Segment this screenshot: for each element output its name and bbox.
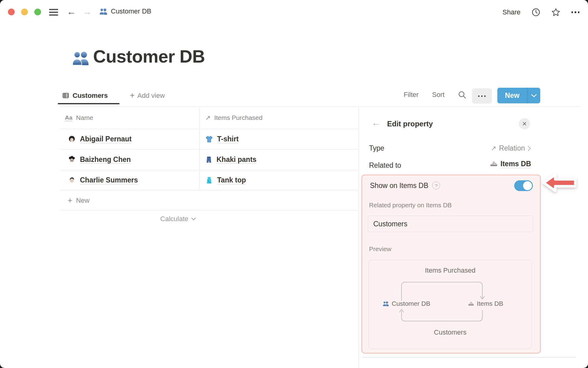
page-title[interactable]: Customer DB	[93, 46, 205, 67]
panel-title: Edit property	[387, 120, 433, 128]
app-window: ← → Customer DB Share	[0, 0, 588, 368]
items-cell[interactable]: Tank top	[205, 170, 246, 190]
jeans-icon	[205, 156, 213, 164]
name-cell[interactable]: Charlie Summers	[68, 170, 138, 190]
items-cell[interactable]: T-shirt	[205, 129, 239, 149]
text-type-icon: Aa	[65, 115, 72, 121]
tanktop-icon	[205, 176, 213, 184]
preview-customer-db: Customer DB	[380, 300, 432, 307]
panel-back-arrow[interactable]: ←	[372, 118, 380, 128]
preview-bottom-relation-label: Customers	[369, 328, 532, 336]
show-on-related-db-section: Show on Items DB ? Related property on I…	[361, 174, 541, 354]
breadcrumb[interactable]: Customer DB	[99, 7, 151, 15]
table-row: Baizheng Chen Khaki pants	[60, 149, 359, 170]
panel-close-button[interactable]: ×	[519, 118, 530, 129]
calculate-button[interactable]: Calculate	[60, 211, 196, 227]
help-icon[interactable]: ?	[432, 182, 440, 190]
show-on-toggle[interactable]	[514, 180, 533, 191]
sneaker-icon	[468, 301, 474, 307]
panel-bottom-divider	[362, 357, 576, 358]
active-tab-underline	[58, 103, 119, 104]
window-controls	[8, 9, 41, 15]
relation-preview-diagram: Items Purchased Customer DB Items	[368, 260, 532, 349]
tab-label: Customers	[73, 92, 108, 100]
plus-icon: +	[68, 196, 72, 205]
sneaker-icon	[489, 160, 498, 168]
type-value[interactable]: ↗ Relation	[429, 144, 531, 152]
name-cell[interactable]: Baizheng Chen	[68, 149, 131, 170]
show-on-items-db-label: Show on Items DB	[370, 182, 428, 190]
chevron-down-icon	[191, 217, 196, 220]
topbar-actions: Share	[503, 7, 579, 18]
related-to-value[interactable]: Items DB	[429, 160, 531, 168]
people-icon	[383, 301, 389, 307]
breadcrumb-title: Customer DB	[111, 7, 151, 15]
table-header: Aa Name ↗ Items Purchased	[60, 107, 359, 129]
relation-arrow-icon: ↗	[205, 114, 211, 121]
show-on-items-db-row: Show on Items DB ?	[370, 179, 533, 192]
search-icon[interactable]	[458, 90, 467, 99]
chevron-right-icon	[528, 146, 531, 151]
filter-button[interactable]: Filter	[404, 91, 419, 99]
new-button-label[interactable]: New	[497, 88, 527, 103]
view-options-button[interactable]	[472, 88, 492, 104]
relation-arrow-icon: ↗	[491, 144, 496, 152]
sort-button[interactable]: Sort	[432, 91, 444, 99]
new-row-button[interactable]: + New	[60, 190, 359, 211]
preview-items-db: Items DB	[459, 300, 511, 307]
curly-hair-glasses-avatar	[68, 155, 76, 164]
annotation-arrow-icon	[541, 172, 578, 194]
related-to-label: Related to	[369, 161, 401, 170]
page-people-icon[interactable]	[72, 50, 89, 67]
related-property-input[interactable]	[368, 216, 533, 232]
woman-bob-avatar	[68, 135, 76, 143]
type-label: Type	[369, 144, 384, 152]
more-options-icon[interactable]	[571, 11, 580, 13]
back-arrow-icon[interactable]: ←	[67, 6, 76, 18]
table-row: Charlie Summers Tank top	[60, 170, 359, 191]
preview-label: Preview	[369, 245, 391, 253]
add-view-button[interactable]: + Add view	[130, 88, 165, 103]
tshirt-icon	[205, 135, 213, 143]
related-property-label: Related property on Items DB	[369, 201, 452, 209]
plus-icon: +	[130, 91, 135, 100]
forward-arrow-icon[interactable]: →	[83, 6, 92, 18]
side-part-hair-avatar	[68, 176, 76, 184]
people-icon	[99, 7, 107, 15]
new-dropdown-chevron[interactable]	[527, 88, 540, 103]
name-cell[interactable]: Abigail Pernaut	[68, 129, 132, 149]
zoom-window-button[interactable]	[34, 9, 41, 15]
new-button[interactable]: New	[497, 88, 540, 103]
panel-divider	[359, 107, 359, 368]
table-row: Abigail Pernaut T-shirt	[60, 129, 359, 150]
close-window-button[interactable]	[8, 9, 15, 15]
toggle-knob	[523, 181, 532, 190]
items-cell[interactable]: Khaki pants	[205, 149, 256, 170]
table-view-icon	[62, 92, 69, 99]
history-clock-icon[interactable]	[532, 8, 540, 17]
favorite-star-icon[interactable]	[551, 8, 560, 17]
tab-customers-view[interactable]: Customers	[58, 88, 112, 103]
share-button[interactable]: Share	[503, 8, 521, 16]
column-header-items-purchased[interactable]: ↗ Items Purchased	[205, 107, 262, 129]
minimize-window-button[interactable]	[21, 9, 28, 15]
menu-icon[interactable]	[49, 9, 58, 16]
column-header-name[interactable]: Aa Name	[65, 107, 93, 129]
